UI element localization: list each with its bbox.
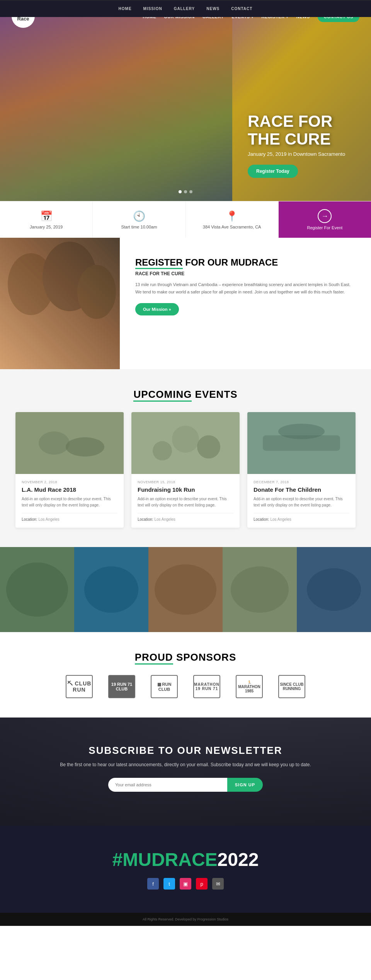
bottom-nav-contact[interactable]: CONTACT — [231, 7, 252, 11]
sponsor-1-shape: ⛏ CLUBRUN — [66, 675, 93, 698]
sponsors-heading-proud: PROUD — [135, 651, 173, 665]
hero-title: RACE FOR THE CURE — [248, 112, 356, 148]
photo-strip-3 — [148, 547, 223, 632]
event-2-image — [131, 412, 240, 474]
newsletter-desc: Be the first one to hear our latest anno… — [15, 761, 356, 769]
photo-strip — [0, 547, 371, 632]
sponsor-4-label: MARATHON19 RUN 71 — [194, 682, 220, 691]
info-location: 📍 384 Vista Ave Sacramento, CA — [186, 201, 279, 238]
sponsor-2-label: 19 RUN 71CLUB — [111, 682, 132, 691]
event-1-image — [15, 412, 124, 474]
event-3-desc: Add-in an option except to describe your… — [254, 496, 349, 508]
event-3-image — [247, 412, 356, 474]
register-content: REGISTER FOR OUR MUDRACE RACE FOR THE CU… — [120, 238, 371, 369]
register-heading-post: FOR OUR MUDRACE — [183, 257, 278, 268]
sponsors-heading-sponsors: SPONSORS — [176, 651, 236, 663]
info-date: 📅 January 25, 2019 — [0, 201, 93, 238]
email-icon[interactable]: ✉ — [212, 878, 224, 890]
sponsor-5: 🏃 MARATHON1985 — [236, 675, 263, 698]
event-3-location: Location: Los Angeles — [254, 513, 349, 522]
hashtag-section: #MUDRACE2022 f t ▣ p ✉ — [0, 826, 371, 913]
register-section-image — [0, 238, 120, 369]
sponsor-1: ⛏ CLUBRUN — [66, 675, 93, 698]
event-1-desc: Add-in an option except to describe your… — [22, 496, 117, 508]
newsletter-title: SUBSCRIBE TO OUR NEWSLETTER — [15, 745, 356, 757]
sponsor-4-shape: MARATHON19 RUN 71 — [193, 675, 220, 698]
sponsors-heading: PROUD SPONSORS — [15, 651, 356, 663]
info-register-text: Register For Event — [307, 225, 343, 230]
event-2-location-value: Los Angeles — [154, 517, 175, 522]
sponsor-5-shape: 🏃 MARATHON1985 — [236, 675, 263, 698]
sponsor-5-label: 🏃 MARATHON1985 — [237, 680, 262, 693]
newsletter-content: SUBSCRIBE TO OUR NEWSLETTER Be the first… — [15, 745, 356, 792]
event-1-image-svg — [15, 412, 124, 474]
sponsor-3: ▦ RUNCLUB — [151, 675, 178, 698]
svg-point-12 — [278, 424, 325, 439]
event-1-date: NOVEMBER 2, 2018 — [22, 480, 117, 484]
mission-button[interactable]: Our Mission » — [135, 303, 179, 315]
strip-image-2 — [74, 547, 148, 632]
event-card-1: NOVEMBER 2, 2018 L.A. Mud Race 2018 Add-… — [15, 412, 124, 528]
facebook-icon[interactable]: f — [147, 878, 159, 890]
upcoming-heading-pre: UPCOMING — [133, 389, 192, 402]
sponsor-1-label: ⛏ CLUBRUN — [67, 680, 92, 693]
sponsor-3-shape: ▦ RUNCLUB — [151, 675, 178, 698]
calendar-icon: 📅 — [40, 210, 53, 222]
event-card-3: DECEMBER 7, 2018 Donate For The Children… — [247, 412, 356, 528]
twitter-icon[interactable]: t — [163, 878, 175, 890]
bottom-nav-home[interactable]: HOME — [119, 7, 132, 11]
event-3-location-value: Los Angeles — [270, 517, 291, 522]
svg-point-8 — [153, 441, 172, 460]
info-date-text: January 25, 2019 — [30, 225, 63, 229]
pinterest-icon[interactable]: p — [196, 878, 208, 890]
event-3-title: Donate For The Children — [254, 486, 349, 493]
bottom-nav-gallery[interactable]: GALLERY — [174, 7, 195, 11]
location-icon: 📍 — [226, 210, 238, 222]
hero-subtitle: January 25, 2019 in Downtown Sacramento — [248, 151, 356, 157]
instagram-icon[interactable]: ▣ — [180, 878, 191, 890]
strip-image-4 — [223, 547, 297, 632]
hero-register-button[interactable]: Register Today — [248, 165, 298, 178]
svg-point-14 — [6, 562, 68, 617]
sponsor-3-label: ▦ RUNCLUB — [157, 682, 172, 692]
newsletter-signup-button[interactable]: SIGN UP — [227, 778, 263, 792]
strip-image-1 — [0, 547, 74, 632]
hashtag-prefix: #MUDRACE — [112, 849, 218, 870]
bottom-nav-news[interactable]: NEWS — [206, 7, 220, 11]
info-register[interactable]: → Register For Event — [279, 201, 371, 238]
event-1-location: Location: Los Angeles — [22, 513, 117, 522]
photo-strip-2 — [74, 547, 148, 632]
logo-race: Race — [17, 16, 29, 22]
info-location-text: 384 Vista Ave Sacramento, CA — [203, 225, 261, 229]
newsletter-email-input[interactable] — [108, 778, 227, 792]
event-3-body: DECEMBER 7, 2018 Donate For The Children… — [247, 474, 356, 528]
sponsor-4: MARATHON19 RUN 71 — [193, 675, 220, 698]
photo-strip-4 — [223, 547, 297, 632]
register-arrow-icon: → — [318, 209, 332, 223]
hashtag-title: #MUDRACE2022 — [15, 849, 356, 870]
sponsor-2: 19 RUN 71CLUB — [108, 675, 135, 698]
sponsor-2-shape: 19 RUN 71CLUB — [108, 675, 135, 698]
newsletter-section: SUBSCRIBE TO OUR NEWSLETTER Be the first… — [0, 718, 371, 826]
hero-dot-1[interactable] — [179, 190, 182, 193]
sponsor-6: SINCE CLUBRUNNING — [278, 675, 305, 698]
upcoming-events-section: UPCOMING EVENTS NOVEMBER 2, 2018 L.A. Mu… — [0, 369, 371, 547]
event-2-image-svg — [131, 412, 240, 474]
svg-point-5 — [66, 437, 104, 457]
register-heading: REGISTER FOR OUR MUDRACE — [135, 257, 356, 268]
info-time-text: Start time 10.00am — [121, 225, 157, 229]
svg-point-16 — [84, 566, 138, 613]
social-icons: f t ▣ p ✉ — [15, 878, 356, 890]
event-1-body: NOVEMBER 2, 2018 L.A. Mud Race 2018 Add-… — [15, 474, 124, 528]
event-3-date: DECEMBER 7, 2018 — [254, 480, 349, 484]
register-sub: RACE FOR THE CURE — [135, 271, 356, 276]
hero-dot-3[interactable] — [189, 190, 192, 193]
svg-point-9 — [197, 435, 220, 458]
hero-dot-2[interactable] — [184, 190, 187, 193]
register-image-svg — [0, 238, 120, 369]
bottom-nav-mission[interactable]: MISSION — [143, 7, 162, 11]
register-heading-pre: REGISTER — [135, 257, 183, 269]
event-1-title: L.A. Mud Race 2018 — [22, 486, 117, 493]
event-1-location-value: Los Angeles — [38, 517, 60, 522]
events-grid: NOVEMBER 2, 2018 L.A. Mud Race 2018 Add-… — [15, 412, 356, 528]
